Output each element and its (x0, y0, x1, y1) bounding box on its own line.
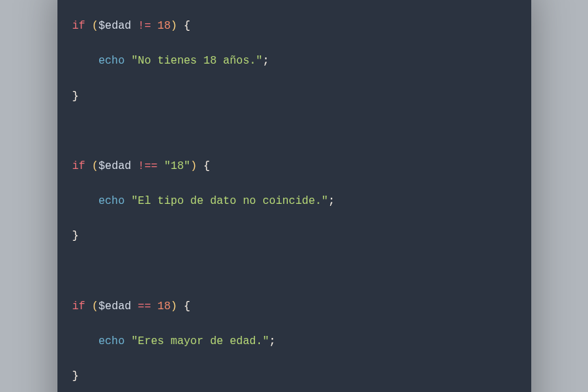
string-literal: "El tipo de dato no coincide." (131, 195, 328, 207)
blank-line (72, 123, 516, 141)
code-line: echo "El tipo de dato no coincide."; (72, 193, 516, 211)
semicolon: ; (328, 195, 335, 207)
code-line: echo "Eres mayor de edad."; (72, 333, 516, 351)
brace-open: { (204, 160, 211, 172)
keyword-if: if (72, 300, 85, 313)
keyword-if: if (72, 160, 85, 172)
semicolon: ; (263, 55, 269, 67)
code-line: if ($edad !== "18") { (72, 158, 516, 176)
paren-close: ) (190, 160, 197, 172)
code-line: if ($edad == 18) { (72, 298, 516, 316)
string-literal: "Eres mayor de edad." (131, 335, 269, 348)
brace-close: } (72, 230, 79, 242)
number-literal: 18 (157, 20, 170, 32)
semicolon: ; (269, 335, 276, 348)
blank-line (72, 263, 516, 281)
code-line: } (72, 368, 516, 386)
brace-close: } (72, 370, 79, 382)
keyword-echo: echo (98, 335, 124, 348)
keyword-echo: echo (98, 55, 124, 67)
string-literal: "18" (164, 160, 190, 172)
operator: !== (138, 160, 158, 172)
brace-open: { (184, 20, 191, 32)
keyword-if: if (72, 20, 85, 32)
code-window: if ($edad != 18) { echo "No tienes 18 añ… (57, 0, 531, 392)
paren-close: ) (171, 300, 178, 313)
code-line: } (72, 228, 516, 246)
paren-close: ) (171, 20, 178, 32)
paren-open: ( (92, 20, 98, 32)
keyword-echo: echo (98, 195, 124, 207)
paren-open: ( (92, 300, 98, 313)
code-line: echo "No tienes 18 años."; (72, 53, 516, 70)
brace-close: } (72, 90, 79, 103)
number-literal: 18 (157, 300, 170, 313)
code-line: if ($edad != 18) { (72, 18, 516, 36)
operator: == (138, 300, 151, 313)
brace-open: { (184, 300, 191, 313)
variable: $edad (98, 160, 131, 172)
code-content: if ($edad != 18) { echo "No tienes 18 añ… (57, 0, 531, 392)
paren-open: ( (92, 160, 98, 172)
string-literal: "No tienes 18 años." (131, 55, 263, 67)
variable: $edad (98, 300, 131, 313)
operator: != (138, 20, 151, 32)
variable: $edad (98, 20, 131, 32)
code-line: } (72, 88, 516, 106)
